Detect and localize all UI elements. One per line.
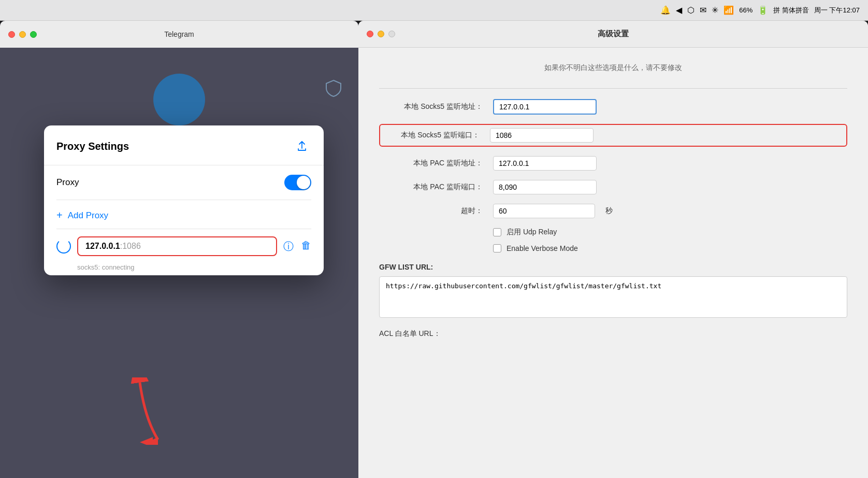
bluetooth-icon: ✳ [712, 5, 718, 15]
toggle-knob [297, 176, 310, 189]
cursor-icon: ⬡ [687, 5, 695, 15]
pac-address-input[interactable] [493, 156, 597, 171]
svg-marker-2 [140, 437, 153, 445]
location-icon: ◀ [676, 5, 682, 15]
share-button[interactable] [293, 137, 311, 156]
maximize-button[interactable] [30, 31, 37, 38]
proxy-label: Proxy [56, 177, 79, 188]
warning-text: 如果你不明白这些选项是什么，请不要修改 [379, 63, 847, 73]
notification-icon: 🔔 [660, 5, 671, 15]
wifi-icon: 📶 [724, 5, 734, 15]
telegram-body: Proxy Settings Proxy + [0, 48, 358, 478]
red-arrow-annotation [129, 377, 171, 447]
verbose-mode-checkbox[interactable] [493, 244, 501, 252]
advanced-close-button[interactable] [367, 31, 373, 37]
proxy-item: 127.0.0.1:1086 ⓘ 🗑 [56, 229, 311, 263]
advanced-max-button[interactable] [388, 31, 395, 37]
battery-level: 66% [739, 6, 753, 14]
loading-icon [56, 239, 71, 254]
advanced-window: 高级设置 如果你不明白这些选项是什么，请不要修改 本地 Socks5 监听地址：… [358, 21, 868, 478]
socks5-address-label: 本地 Socks5 监听地址： [379, 102, 483, 111]
verbose-mode-row: Enable Verbose Mode [493, 244, 847, 252]
menubar: 🔔 ◀ ⬡ ✉ ✳ 📶 66% 🔋 拼 简体拼音 周一 下午12:07 [0, 0, 868, 21]
advanced-body: 如果你不明白这些选项是什么，请不要修改 本地 Socks5 监听地址： 本地 S… [358, 48, 868, 349]
clock: 周一 下午12:07 [814, 6, 860, 15]
proxy-modal-body: Proxy + Add Proxy 127.0.0.1:1086 [44, 165, 324, 275]
gfw-label: GFW LIST URL: [379, 263, 847, 271]
telegram-titlebar: Telegram [0, 21, 358, 48]
proxy-address: 127.0.0.1:1086 [85, 242, 141, 250]
pac-address-label: 本地 PAC 监听地址： [379, 159, 483, 168]
advanced-min-button[interactable] [378, 31, 384, 37]
delete-button[interactable]: 🗑 [301, 240, 311, 254]
socks5-address-row: 本地 Socks5 监听地址： [379, 99, 847, 115]
advanced-window-title: 高级设置 [598, 29, 629, 39]
udp-relay-row: 启用 Udp Relay [493, 228, 847, 237]
shield-icon [324, 79, 343, 100]
pac-port-input[interactable] [493, 180, 597, 194]
proxy-modal-title: Proxy Settings [56, 140, 129, 152]
timeout-row: 超时： 秒 [379, 204, 847, 218]
ime-label: 拼 简体拼音 [773, 6, 809, 15]
gfw-url-input[interactable]: https://raw.githubusercontent.com/gfwlis… [379, 276, 847, 318]
telegram-title: Telegram [164, 30, 194, 38]
socks5-port-label: 本地 Socks5 监听端口： [386, 131, 480, 140]
udp-relay-checkbox[interactable] [493, 228, 501, 236]
timeout-suffix: 秒 [605, 206, 613, 216]
proxy-ip: 127.0.0.1 [85, 242, 120, 250]
timeout-label: 超时： [379, 206, 483, 216]
proxy-status: socks5: connecting [77, 263, 311, 275]
minimize-button[interactable] [19, 31, 26, 38]
info-button[interactable]: ⓘ [283, 240, 294, 254]
add-proxy-plus-icon: + [56, 209, 63, 221]
proxy-item-actions: ⓘ 🗑 [283, 240, 311, 254]
proxy-toggle[interactable] [284, 175, 311, 190]
udp-relay-label: 启用 Udp Relay [507, 228, 557, 237]
add-proxy-label: Add Proxy [68, 210, 108, 221]
socks5-port-highlighted-row: 本地 Socks5 监听端口： [379, 124, 847, 147]
close-button[interactable] [8, 31, 15, 38]
menubar-right: 🔔 ◀ ⬡ ✉ ✳ 📶 66% 🔋 拼 简体拼音 周一 下午12:07 [660, 5, 860, 15]
proxy-modal-header: Proxy Settings [44, 125, 324, 165]
divider-1 [379, 88, 847, 89]
send-icon: ✉ [700, 5, 706, 15]
proxy-settings-modal: Proxy Settings Proxy + [44, 125, 324, 275]
pac-port-row: 本地 PAC 监听端口： [379, 180, 847, 194]
proxy-toggle-row: Proxy [56, 165, 311, 200]
socks5-port-input[interactable] [490, 128, 594, 143]
socks5-address-input[interactable] [493, 99, 597, 115]
add-proxy-button[interactable]: + Add Proxy [56, 200, 311, 229]
proxy-port: :1086 [120, 242, 141, 250]
pac-address-row: 本地 PAC 监听地址： [379, 156, 847, 171]
timeout-input[interactable] [493, 204, 595, 218]
proxy-address-box[interactable]: 127.0.0.1:1086 [77, 236, 277, 256]
verbose-mode-label: Enable Verbose Mode [507, 244, 578, 252]
gfw-section: GFW LIST URL: https://raw.githubusercont… [379, 263, 847, 320]
pac-port-label: 本地 PAC 监听端口： [379, 182, 483, 192]
advanced-titlebar: 高级设置 [358, 21, 868, 48]
acl-label: ACL 白名单 URL： [379, 329, 847, 339]
telegram-window: Telegram Proxy Settings P [0, 21, 358, 478]
avatar [153, 74, 205, 125]
battery-icon: 🔋 [758, 5, 768, 15]
